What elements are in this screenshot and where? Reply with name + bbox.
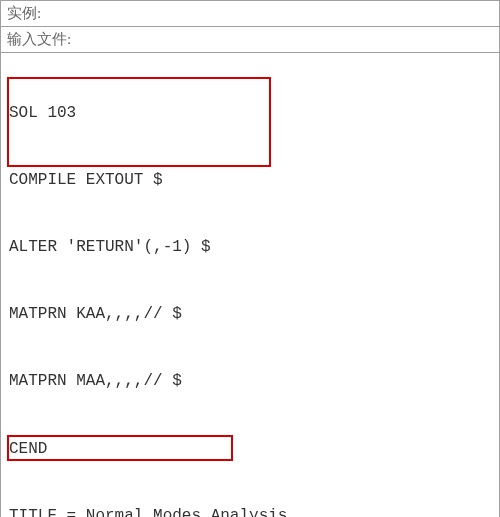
code-line: ALTER 'RETURN'(,-1) $ bbox=[9, 236, 491, 258]
code-line: CEND bbox=[9, 438, 491, 460]
input-file-label: 输入文件: bbox=[7, 31, 71, 47]
code-line: MATPRN KAA,,,,// $ bbox=[9, 303, 491, 325]
code-line: TITLE = Normal Modes Analysis bbox=[9, 505, 491, 517]
code-line: COMPILE EXTOUT $ bbox=[9, 169, 491, 191]
code-listing: SOL 103 COMPILE EXTOUT $ ALTER 'RETURN'(… bbox=[0, 53, 500, 517]
code-line: SOL 103 bbox=[9, 102, 491, 124]
input-file-header: 输入文件: bbox=[0, 27, 500, 53]
code-line: MATPRN MAA,,,,// $ bbox=[9, 370, 491, 392]
example-label: 实例: bbox=[7, 5, 41, 21]
example-header: 实例: bbox=[0, 0, 500, 27]
